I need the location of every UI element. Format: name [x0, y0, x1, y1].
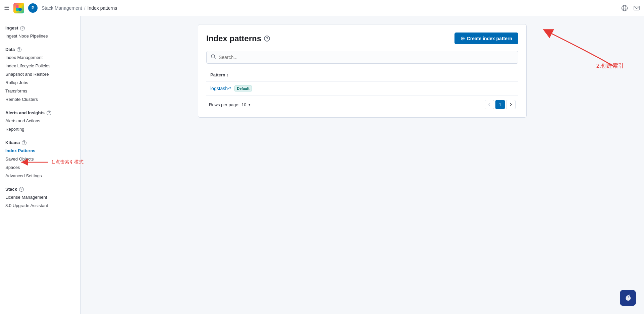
- breadcrumb-current: Index patterns: [88, 5, 117, 11]
- logo-icon: [15, 4, 22, 12]
- svg-line-9: [214, 58, 216, 59]
- sidebar-item-snapshot-and-restore[interactable]: Snapshot and Restore: [0, 70, 80, 78]
- sidebar-item-upgrade-assistant[interactable]: 8.0 Upgrade Assistant: [0, 201, 80, 210]
- next-page-button[interactable]: [506, 100, 516, 109]
- table-header: Pattern ↑: [206, 69, 518, 81]
- prev-page-button[interactable]: [485, 100, 494, 109]
- sidebar-section-kibana: Kibana ?: [0, 136, 80, 146]
- sidebar-item-spaces[interactable]: Spaces: [0, 163, 80, 172]
- mail-icon[interactable]: [633, 5, 640, 11]
- svg-rect-7: [634, 6, 639, 10]
- user-avatar[interactable]: P: [28, 3, 38, 13]
- page-controls: 1: [485, 100, 516, 109]
- svg-point-13: [628, 297, 629, 298]
- chevron-down-icon[interactable]: ▾: [249, 103, 251, 107]
- sort-arrow-icon[interactable]: ↑: [227, 73, 229, 77]
- search-icon: [211, 54, 216, 61]
- sidebar-item-alerts-actions[interactable]: Alerts and Actions: [0, 117, 80, 125]
- sidebar-item-index-management[interactable]: Index Management: [0, 53, 80, 62]
- sidebar: Ingest ? Ingest Node Pipelines Data ? In…: [0, 16, 80, 314]
- sidebar-section-data: Data ?: [0, 43, 80, 53]
- card-title: Index patterns ?: [206, 34, 270, 43]
- page-layout: Ingest ? Ingest Node Pipelines Data ? In…: [0, 0, 644, 314]
- pattern-link[interactable]: logstash-*: [210, 86, 231, 91]
- sidebar-item-rollup-jobs[interactable]: Rollup Jobs: [0, 78, 80, 87]
- column-pattern-label: Pattern: [210, 72, 225, 77]
- content-card: Index patterns ? ⊕ Create index pattern: [198, 24, 527, 118]
- svg-point-3: [18, 8, 22, 11]
- table-row[interactable]: logstash-* Default: [206, 81, 518, 96]
- page-1-button[interactable]: 1: [495, 100, 505, 109]
- index-patterns-help-icon[interactable]: ?: [264, 36, 270, 42]
- sidebar-item-saved-objects[interactable]: Saved Objects: [0, 155, 80, 163]
- kibana-help-icon[interactable]: ?: [22, 140, 26, 145]
- data-help-icon[interactable]: ?: [17, 47, 21, 52]
- main-content: Index patterns ? ⊕ Create index pattern: [80, 16, 644, 314]
- plus-icon: ⊕: [461, 35, 465, 42]
- alerts-help-icon[interactable]: ?: [47, 111, 51, 115]
- rows-per-page-value: 10: [241, 102, 246, 107]
- breadcrumb-stack-management[interactable]: Stack Management: [42, 5, 82, 11]
- sidebar-item-license-management[interactable]: License Management: [0, 193, 80, 201]
- sidebar-item-ingest-node-pipelines[interactable]: Ingest Node Pipelines: [0, 32, 80, 40]
- sidebar-item-reporting[interactable]: Reporting: [0, 125, 80, 133]
- rows-per-page-selector[interactable]: Rows per page: 10 ▾: [209, 102, 251, 107]
- card-header: Index patterns ? ⊕ Create index pattern: [206, 33, 518, 44]
- sidebar-item-index-lifecycle-policies[interactable]: Index Lifecycle Policies: [0, 62, 80, 70]
- hamburger-menu[interactable]: ☰: [4, 4, 9, 12]
- sidebar-item-index-patterns[interactable]: Index Patterns: [0, 146, 80, 155]
- default-badge: Default: [234, 85, 252, 91]
- breadcrumb-separator: /: [84, 5, 86, 11]
- app-logo: [13, 3, 24, 13]
- search-bar: [206, 51, 518, 64]
- create-index-pattern-button[interactable]: ⊕ Create index pattern: [454, 33, 518, 44]
- sidebar-section-stack: Stack ?: [0, 183, 80, 193]
- index-patterns-title: Index patterns: [206, 34, 261, 43]
- sidebar-section-ingest: Ingest ?: [0, 21, 80, 32]
- sidebar-section-alerts: Alerts and Insights ?: [0, 106, 80, 117]
- nav-right-icons: [621, 5, 640, 11]
- help-bird-button[interactable]: [620, 290, 636, 306]
- bird-icon: [623, 293, 633, 303]
- top-navigation: ☰ P Stack Management / Index patterns: [0, 0, 644, 16]
- sidebar-item-transforms[interactable]: Transforms: [0, 87, 80, 95]
- pagination: Rows per page: 10 ▾ 1: [206, 96, 518, 109]
- sidebar-item-advanced-settings[interactable]: Advanced Settings: [0, 172, 80, 180]
- breadcrumb: Stack Management / Index patterns: [42, 5, 117, 11]
- stack-help-icon[interactable]: ?: [19, 187, 24, 192]
- rows-per-page-label: Rows per page:: [209, 102, 239, 107]
- create-button-label: Create index pattern: [467, 36, 512, 41]
- search-input[interactable]: [219, 55, 514, 60]
- globe-icon[interactable]: [621, 5, 628, 11]
- ingest-help-icon[interactable]: ?: [20, 26, 25, 30]
- sidebar-item-remote-clusters[interactable]: Remote Clusters: [0, 95, 80, 104]
